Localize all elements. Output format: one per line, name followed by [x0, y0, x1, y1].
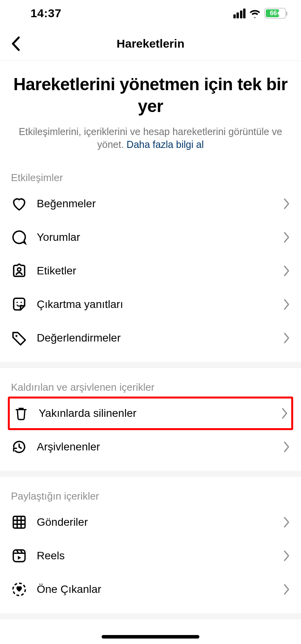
status-bar: 14:37 66 — [0, 0, 301, 27]
tag-star-icon — [11, 330, 27, 346]
row-label: Reels — [37, 550, 274, 562]
page-title: Hareketlerin — [116, 37, 184, 50]
chevron-right-icon — [283, 332, 290, 344]
chevron-right-icon — [283, 550, 290, 562]
section-divider — [0, 613, 301, 619]
row-label: Yakınlarda silinenler — [39, 407, 272, 420]
battery-icon: 66 — [264, 8, 286, 19]
svg-point-0 — [18, 268, 21, 271]
row-comments[interactable]: Yorumlar — [0, 221, 301, 254]
svg-rect-3 — [13, 516, 25, 528]
row-label: Yorumlar — [37, 231, 274, 244]
cellular-signal-icon — [233, 9, 246, 18]
row-sticker-replies[interactable]: Çıkartma yanıtları — [0, 288, 301, 321]
row-recently-deleted[interactable]: Yakınlarda silinenler — [8, 397, 293, 430]
svg-point-1 — [16, 302, 18, 303]
row-reviews[interactable]: Değerlendirmeler — [0, 321, 301, 355]
history-icon — [11, 439, 27, 455]
row-posts[interactable]: Gönderiler — [0, 505, 301, 539]
row-label: Etiketler — [37, 265, 274, 277]
chevron-right-icon — [281, 407, 288, 419]
chevron-right-icon — [283, 516, 290, 528]
chevron-right-icon — [283, 265, 290, 277]
chevron-right-icon — [283, 198, 290, 210]
svg-point-2 — [21, 302, 22, 303]
heart-icon — [11, 196, 27, 212]
chevron-right-icon — [283, 584, 290, 595]
learn-more-link[interactable]: Daha fazla bilgi al — [127, 139, 204, 150]
row-highlights[interactable]: Öne Çıkanlar — [0, 573, 301, 606]
row-label: Değerlendirmeler — [37, 332, 274, 344]
tag-person-icon — [11, 263, 27, 279]
battery-percent: 66 — [270, 10, 277, 17]
comment-icon — [11, 229, 27, 246]
trash-icon — [13, 405, 29, 422]
sticker-icon — [11, 296, 27, 313]
hero-title: Hareketlerini yönetmen için tek bir yer — [13, 73, 288, 117]
reels-icon — [11, 548, 27, 564]
hero: Hareketlerini yönetmen için tek bir yer … — [0, 61, 301, 158]
row-label: Arşivlenenler — [37, 441, 274, 453]
row-label: Beğenmeler — [37, 197, 274, 210]
status-time: 14:37 — [30, 7, 61, 20]
section-header-interactions: Etkileşimler — [0, 158, 301, 187]
row-likes[interactable]: Beğenmeler — [0, 187, 301, 221]
chevron-right-icon — [283, 441, 290, 453]
row-label: Gönderiler — [37, 516, 274, 528]
section-header-shared: Paylaştığın içerikler — [0, 477, 301, 505]
status-indicators: 66 — [233, 8, 287, 19]
highlights-icon — [11, 581, 27, 598]
hero-subtitle: Etkileşimlerini, içeriklerini ve hesap h… — [13, 125, 288, 152]
section-header-removed: Kaldırılan ve arşivlenen içerikler — [0, 368, 301, 397]
row-tags[interactable]: Etiketler — [0, 254, 301, 288]
home-indicator[interactable] — [102, 635, 199, 639]
navbar: Hareketlerin — [0, 27, 301, 61]
grid-icon — [11, 514, 27, 530]
chevron-right-icon — [283, 299, 290, 310]
section-divider — [0, 362, 301, 368]
row-reels[interactable]: Reels — [0, 539, 301, 573]
row-label: Çıkartma yanıtları — [37, 298, 274, 311]
section-divider — [0, 471, 301, 477]
back-button[interactable] — [7, 35, 24, 52]
chevron-right-icon — [283, 231, 290, 243]
svg-rect-4 — [13, 550, 25, 562]
row-label: Öne Çıkanlar — [37, 583, 274, 596]
wifi-icon — [249, 9, 261, 18]
chevron-left-icon — [11, 36, 20, 51]
row-archived[interactable]: Arşivlenenler — [0, 430, 301, 464]
